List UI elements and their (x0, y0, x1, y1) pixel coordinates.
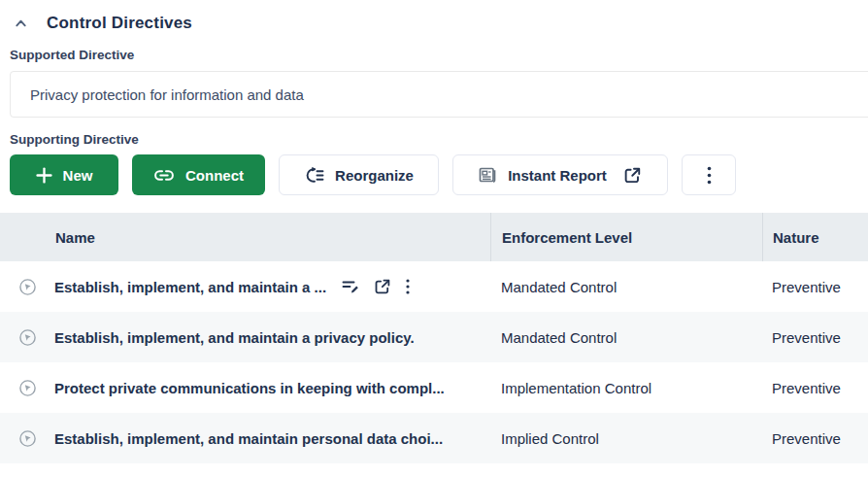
panel-header: Control Directives (0, 0, 868, 33)
kebab-menu-icon (707, 166, 712, 185)
new-button-label: New (63, 167, 93, 184)
row-enforcement-level: Mandated Control (490, 279, 762, 295)
plus-icon (36, 167, 52, 184)
new-button[interactable]: New (10, 154, 118, 195)
table-header: Name Enforcement Level Nature (0, 213, 868, 261)
table-body: Establish, implement, and maintain a ...… (0, 261, 868, 463)
supported-directive-input[interactable]: Privacy protection for information and d… (10, 71, 868, 118)
row-name-cell: Establish, implement, and maintain a pri… (54, 329, 490, 346)
row-name-cell: Protect private communications in keepin… (54, 380, 490, 396)
row-nature: Preventive (762, 279, 868, 295)
row-icon-cell (0, 379, 54, 397)
kebab-menu-icon[interactable] (406, 279, 410, 294)
supporting-directive-label: Supporting Directive (10, 132, 868, 147)
table-row[interactable]: Establish, implement, and maintain perso… (0, 413, 868, 463)
edit-icon[interactable] (342, 279, 359, 294)
toolbar: New Connect Reorganize Instant Report (10, 154, 868, 195)
connect-button[interactable]: Connect (132, 154, 265, 195)
column-header-nature: Nature (762, 213, 868, 261)
row-enforcement-level: Implied Control (490, 430, 762, 447)
supported-directive-value: Privacy protection for information and d… (30, 86, 304, 103)
reorganize-button-label: Reorganize (335, 167, 414, 184)
row-nature: Preventive (762, 430, 868, 447)
report-icon (479, 166, 497, 184)
row-enforcement-level: Mandated Control (490, 329, 762, 346)
supported-directive-label: Supported Directive (10, 48, 868, 62)
chevron-up-icon[interactable] (12, 15, 29, 32)
row-nature: Preventive (762, 329, 868, 346)
connect-button-label: Connect (185, 167, 244, 184)
row-actions (342, 278, 410, 295)
column-header-name: Name (0, 229, 490, 246)
panel-title: Control Directives (47, 14, 192, 33)
circle-arrow-icon[interactable] (18, 379, 37, 397)
link-icon (153, 168, 175, 183)
row-icon-cell (0, 429, 54, 448)
more-options-button[interactable] (682, 154, 736, 195)
row-enforcement-level: Implementation Control (490, 380, 762, 396)
row-name: Establish, implement, and maintain a ... (54, 279, 326, 295)
reorganize-icon (304, 167, 324, 184)
directives-table: Name Enforcement Level Nature Establish,… (0, 213, 868, 463)
instant-report-button[interactable]: Instant Report (452, 154, 668, 195)
table-row[interactable]: Protect private communications in keepin… (0, 362, 868, 413)
reorganize-button[interactable]: Reorganize (279, 154, 439, 195)
circle-arrow-icon[interactable] (18, 278, 37, 296)
row-icon-cell (0, 328, 54, 347)
row-name-cell: Establish, implement, and maintain perso… (54, 430, 490, 447)
circle-arrow-icon[interactable] (18, 429, 37, 448)
table-row[interactable]: Establish, implement, and maintain a pri… (0, 312, 868, 362)
instant-report-button-label: Instant Report (508, 167, 607, 184)
external-link-icon[interactable] (374, 278, 391, 295)
table-row[interactable]: Establish, implement, and maintain a ...… (0, 261, 868, 312)
row-name-cell: Establish, implement, and maintain a ... (54, 278, 490, 295)
row-name: Establish, implement, and maintain perso… (54, 430, 443, 447)
row-nature: Preventive (762, 380, 868, 396)
column-header-enforcement-level: Enforcement Level (490, 213, 762, 261)
circle-arrow-icon[interactable] (18, 328, 37, 347)
external-link-icon (623, 166, 642, 185)
row-icon-cell (0, 278, 54, 296)
control-directives-panel: Control Directives Supported Directive P… (0, 0, 868, 477)
row-name: Establish, implement, and maintain a pri… (54, 329, 415, 346)
row-name: Protect private communications in keepin… (54, 380, 445, 396)
